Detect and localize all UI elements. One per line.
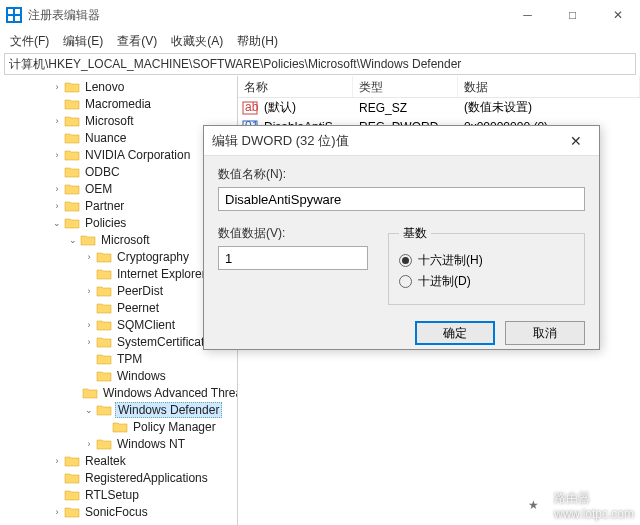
twisty-icon[interactable]: › [82, 250, 96, 264]
twisty-icon[interactable] [82, 301, 96, 315]
twisty-icon[interactable]: › [50, 114, 64, 128]
menu-view[interactable]: 查看(V) [111, 31, 163, 52]
twisty-icon[interactable] [50, 471, 64, 485]
twisty-icon[interactable]: › [82, 335, 96, 349]
twisty-icon[interactable]: › [82, 437, 96, 451]
watermark-brand: 路由器 [554, 490, 634, 507]
twisty-icon[interactable] [50, 488, 64, 502]
twisty-icon[interactable] [82, 369, 96, 383]
cancel-button[interactable]: 取消 [505, 321, 585, 345]
folder-icon [64, 182, 80, 196]
twisty-icon[interactable]: ⌄ [50, 216, 64, 230]
col-name[interactable]: 名称 [238, 76, 353, 97]
twisty-icon[interactable] [50, 165, 64, 179]
minimize-button[interactable]: ─ [505, 0, 550, 30]
tree-item[interactable]: ›Partner [2, 197, 235, 214]
tree-item[interactable]: ODBC [2, 163, 235, 180]
list-row[interactable]: ab(默认)REG_SZ(数值未设置) [238, 98, 640, 117]
twisty-icon[interactable] [82, 352, 96, 366]
tree-item[interactable]: RTLSetup [2, 486, 235, 503]
cell-data: (数值未设置) [458, 99, 640, 116]
maximize-button[interactable]: □ [550, 0, 595, 30]
tree-item[interactable]: Windows [2, 367, 235, 384]
tree-item[interactable]: Nuance [2, 129, 235, 146]
tree-item[interactable]: ⌄Policies [2, 214, 235, 231]
dialog-close-button[interactable]: ✕ [561, 133, 591, 149]
twisty-icon[interactable] [50, 97, 64, 111]
twisty-icon[interactable]: › [82, 318, 96, 332]
address-bar[interactable]: 计算机\HKEY_LOCAL_MACHINE\SOFTWARE\Policies… [4, 53, 636, 75]
value-data-input[interactable] [218, 246, 368, 270]
tree-item[interactable]: Macromedia [2, 95, 235, 112]
twisty-icon[interactable]: › [50, 199, 64, 213]
ok-button[interactable]: 确定 [415, 321, 495, 345]
tree-label: Partner [83, 199, 126, 213]
radio-hex[interactable]: 十六进制(H) [399, 252, 574, 269]
folder-icon [96, 335, 112, 349]
menu-help[interactable]: 帮助(H) [231, 31, 284, 52]
menu-favorites[interactable]: 收藏夹(A) [165, 31, 229, 52]
folder-icon [64, 165, 80, 179]
twisty-icon[interactable] [98, 420, 112, 434]
tree-item[interactable]: ›OEM [2, 180, 235, 197]
radio-dec-button[interactable] [399, 275, 412, 288]
radio-dec[interactable]: 十进制(D) [399, 273, 574, 290]
tree-item[interactable]: Peernet [2, 299, 235, 316]
svg-rect-3 [15, 16, 20, 21]
twisty-icon[interactable]: › [50, 454, 64, 468]
tree-item[interactable]: ›Windows NT [2, 435, 235, 452]
watermark-url: www.lotpc.com [554, 507, 634, 521]
tree-item[interactable]: RegisteredApplications [2, 469, 235, 486]
close-button[interactable]: ✕ [595, 0, 640, 30]
folder-icon [96, 250, 112, 264]
col-data[interactable]: 数据 [458, 76, 640, 97]
col-type[interactable]: 类型 [353, 76, 458, 97]
value-name-label: 数值名称(N): [218, 166, 585, 183]
twisty-icon[interactable] [50, 131, 64, 145]
watermark-logo-icon: ★ [518, 489, 550, 521]
twisty-icon[interactable]: › [50, 148, 64, 162]
tree-item[interactable]: ›PeerDist [2, 282, 235, 299]
tree-item[interactable]: ›Microsoft [2, 112, 235, 129]
tree-item[interactable]: ›Cryptography [2, 248, 235, 265]
twisty-icon[interactable] [82, 267, 96, 281]
tree-item[interactable]: ›SystemCertificates [2, 333, 235, 350]
tree-item[interactable]: ›Realtek [2, 452, 235, 469]
tree-label: Microsoft [83, 114, 136, 128]
folder-icon [96, 403, 112, 417]
tree-item[interactable]: ⌄Windows Defender [2, 401, 235, 418]
folder-icon [64, 216, 80, 230]
value-name-input[interactable] [218, 187, 585, 211]
menu-file[interactable]: 文件(F) [4, 31, 55, 52]
folder-icon [64, 131, 80, 145]
tree-item[interactable]: Windows Advanced Threat [2, 384, 235, 401]
twisty-icon[interactable]: ⌄ [82, 403, 96, 417]
tree-item[interactable]: ›SQMClient [2, 316, 235, 333]
menu-edit[interactable]: 编辑(E) [57, 31, 109, 52]
tree-item[interactable]: ›SonicFocus [2, 503, 235, 520]
folder-icon [64, 114, 80, 128]
folder-icon [112, 420, 128, 434]
twisty-icon[interactable]: › [50, 505, 64, 519]
twisty-icon[interactable]: › [50, 182, 64, 196]
tree-item[interactable]: Internet Explorer [2, 265, 235, 282]
value-data-label: 数值数据(V): [218, 225, 388, 242]
folder-icon [64, 199, 80, 213]
twisty-icon[interactable]: ⌄ [66, 233, 80, 247]
tree-item[interactable]: ›NVIDIA Corporation [2, 146, 235, 163]
tree-label: RTLSetup [83, 488, 141, 502]
twisty-icon[interactable]: › [82, 284, 96, 298]
tree-label: Windows Defender [115, 402, 222, 418]
radio-hex-button[interactable] [399, 254, 412, 267]
twisty-icon[interactable]: › [50, 80, 64, 94]
tree-item[interactable]: ⌄Microsoft [2, 231, 235, 248]
svg-rect-1 [15, 9, 20, 14]
titlebar: 注册表编辑器 ─ □ ✕ [0, 0, 640, 30]
tree-label: Windows Advanced Threat [101, 386, 238, 400]
tree-label: SQMClient [115, 318, 177, 332]
tree-item[interactable]: Policy Manager [2, 418, 235, 435]
tree-item[interactable]: ›Lenovo [2, 78, 235, 95]
tree-label: ODBC [83, 165, 122, 179]
tree-item[interactable]: TPM [2, 350, 235, 367]
tree-label: Peernet [115, 301, 161, 315]
